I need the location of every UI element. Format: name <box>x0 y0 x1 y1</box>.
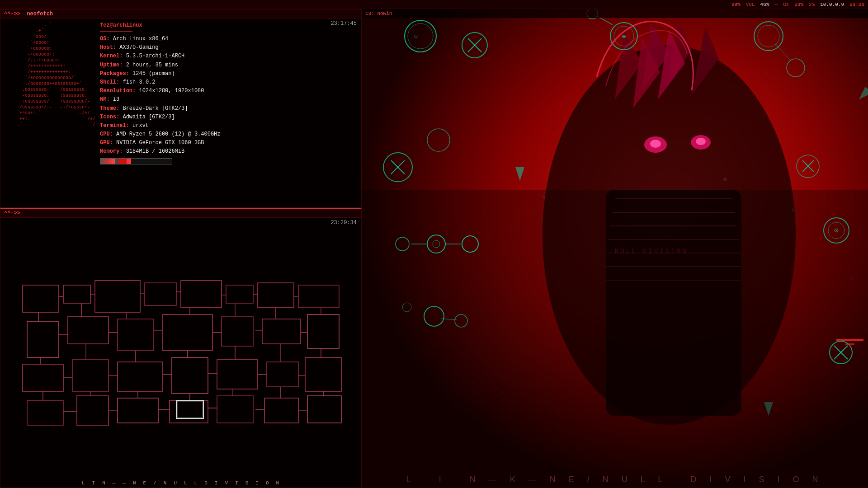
gpu-value: NVIDIA GeForce GTX 1060 3GB <box>116 140 204 146</box>
map-label-dash1: — <box>123 480 127 486</box>
svg-point-136 <box>696 138 706 145</box>
dungeon-map <box>14 276 348 430</box>
memory-bar <box>100 158 172 164</box>
map-label-i2: I <box>215 480 219 486</box>
svg-text:○: ○ <box>414 33 418 41</box>
bottom-watermark: L I N — K — N E / N U L L D I V I S I O … <box>362 475 868 484</box>
sysinfo-block: fez@archlinux —————————— OS: Arch Linux … <box>100 22 220 164</box>
svg-text:×: × <box>542 194 546 201</box>
left-panel: ^^->> neofetch 23:17:45 .-` .+` `ooo/ `+… <box>0 9 362 488</box>
svg-text:×: × <box>850 276 853 282</box>
desktop: ^^->> neofetch 23:17:45 .-` .+` `ooo/ `+… <box>0 9 868 488</box>
svg-text:⊕: ⊕ <box>622 33 626 40</box>
os-line: OS: Arch Linux x86_64 <box>100 35 220 43</box>
wm-label: WM: <box>100 96 110 103</box>
map-label-k: — <box>113 480 117 486</box>
gpu-label: GPU: <box>100 140 113 146</box>
workspace-bar: 13: nowin <box>362 9 868 18</box>
volume-level: 46% <box>760 2 769 7</box>
ip-address: 10.0.0.9 <box>820 2 844 7</box>
memory-value: 3184MiB / 16026MiB <box>126 148 185 155</box>
svg-text:NULL DIVISION: NULL DIVISION <box>615 247 688 254</box>
kernel-value: 5.3.5-arch1-1-ARCH <box>126 53 185 59</box>
terminal-top-title: ^^->> neofetch <box>4 11 53 17</box>
shell-line: Shell: fish 3.0.2 <box>100 78 220 87</box>
svg-rect-87 <box>606 190 741 416</box>
map-label-n2: N <box>133 480 137 486</box>
cpu-usage: 23% <box>794 2 803 7</box>
host-value: AX370-Gaming <box>119 44 158 51</box>
memory-free <box>131 159 172 164</box>
terminal-bottom-content: 23:20:34 <box>0 218 361 488</box>
icons-value: Adwaita [GTK2/3] <box>123 114 175 120</box>
uptime-line: Uptime: 2 hours, 35 mins <box>100 61 220 70</box>
map-label-l2: L <box>184 480 188 486</box>
battery-status: 99% <box>731 2 741 7</box>
ascii-art: .-` .+` `ooo/ `+oooo: `+oooooo: -+oooooo… <box>3 22 95 128</box>
uptime-value: 2 hours, 35 mins <box>126 62 178 68</box>
map-label-i3: I <box>235 480 239 486</box>
map-label-s: S <box>245 480 250 486</box>
map-label-u: U <box>174 480 178 486</box>
packages-line: Packages: 1245 (pacman) <box>100 70 220 78</box>
map-label-l3: L <box>194 480 198 486</box>
map-labels: L I N — — N E / N U L L D I V I S <box>0 480 361 486</box>
host-label: Host: <box>100 44 116 51</box>
gpu-line: GPU: NVIDIA GeForce GTX 1060 3GB <box>100 139 220 147</box>
vol-label: VOL <box>746 2 755 7</box>
uptime-label: Uptime: <box>100 62 123 68</box>
username-display: fez@archlinux <box>100 22 220 28</box>
svg-point-134 <box>650 140 661 148</box>
map-label-o: O <box>266 480 270 486</box>
host-line: Host: AX370-Gaming <box>100 43 220 52</box>
terminal-top-content: 23:17:45 .-` .+` `ooo/ `+oooo: `+oooooo:… <box>0 19 361 207</box>
os-label: OS: <box>100 36 110 42</box>
wallpaper-svg: ○ ⊕ <box>362 9 868 488</box>
map-label-d: D <box>204 480 208 486</box>
theme-line: Theme: Breeze-Dark [GTK2/3] <box>100 104 220 113</box>
svg-rect-141 <box>845 343 854 345</box>
map-label-n: N <box>102 480 106 486</box>
terminal-time: 23:17:45 <box>330 20 357 27</box>
workspace-label: 13: nowin <box>365 11 392 16</box>
map-label-e: E <box>143 480 147 486</box>
memory-used <box>100 159 115 164</box>
resolution-line: Resolution: 1024x1280, 868x488 <box>100 87 220 95</box>
cpu-info-line: CPU: AMD Ryzen 5 2600 (12) @ 3.400GHz <box>100 130 220 139</box>
cpu-info-value: AMD Ryzen 5 2600 (12) @ 3.400GHz <box>116 131 220 137</box>
svg-text:⊙: ⊙ <box>834 227 839 235</box>
right-panel-wallpaper: ○ ⊕ <box>362 9 868 488</box>
icons-label: Icons: <box>100 114 119 120</box>
divider-line: —————————— <box>100 28 220 35</box>
icons-line: Icons: Adwaita [GTK2/3] <box>100 113 220 122</box>
packages-value: 1245 (pacman) <box>132 70 175 77</box>
shell-value: fish 3.0.2 <box>123 79 155 85</box>
terminal-info-line: Terminal: urxvt <box>100 122 220 130</box>
resolution-label: Resolution: <box>100 88 136 94</box>
map-label-v: V <box>225 480 229 486</box>
bottom-time: 23:20:34 <box>330 220 357 226</box>
memory-line: Memory: 3184MiB / 16026MiB <box>100 147 220 156</box>
theme-value: Breeze-Dark [GTK2/3] <box>123 105 188 112</box>
svg-text:○: ○ <box>791 207 795 214</box>
terminal-label: Terminal: <box>100 122 129 129</box>
mem-usage: 2% <box>809 2 815 7</box>
map-label-l: L <box>82 480 86 486</box>
statusbar: 99% VOL 46% — us 23% 2% 10.0.0.9 23:20 <box>0 0 868 9</box>
locale-info: us <box>783 2 789 7</box>
terminal-neofetch[interactable]: ^^->> neofetch 23:17:45 .-` .+` `ooo/ `+… <box>0 9 362 208</box>
cpu-info-label: CPU: <box>100 131 113 137</box>
svg-text:◇: ◇ <box>723 176 727 183</box>
terminal-map[interactable]: ^^->> 23:20:34 <box>0 208 362 488</box>
wm-line: WM: i3 <box>100 95 220 104</box>
terminal-bottom-title: ^^->> <box>4 210 20 216</box>
watermark-text: L I N — K — N E / N U L L D I V I S I O … <box>406 475 823 484</box>
map-label-slash: / <box>153 480 157 486</box>
packages-label: Packages: <box>100 70 129 77</box>
map-label-i: I <box>92 480 96 486</box>
map-label-n3: N <box>164 480 168 486</box>
terminal-bottom-titlebar: ^^->> <box>0 209 361 218</box>
map-container <box>0 218 361 488</box>
separator: — <box>774 2 778 7</box>
kernel-line: Kernel: 5.3.5-arch1-1-ARCH <box>100 52 220 61</box>
